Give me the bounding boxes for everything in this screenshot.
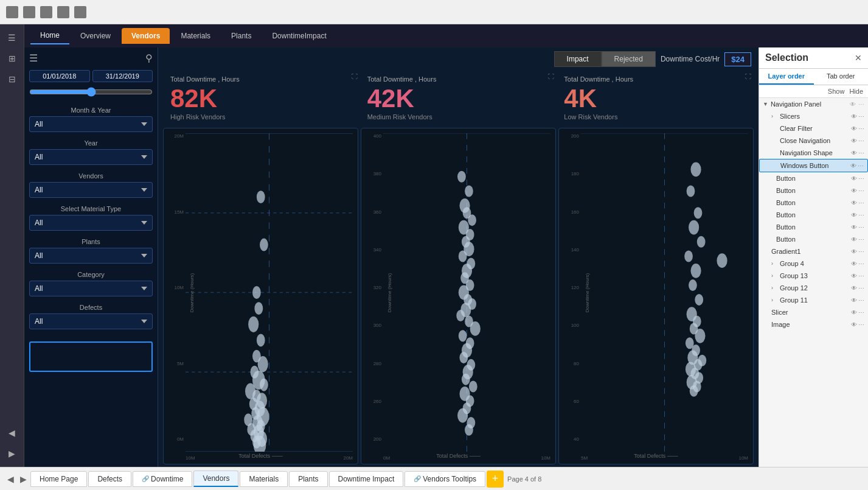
date-slider[interactable]	[29, 87, 153, 99]
eye-icon-4[interactable]: 👁	[851, 150, 857, 156]
layer-nav-shape[interactable]: Navigation Shape 👁⋯	[759, 147, 868, 159]
filter-select-plants[interactable]: All	[29, 248, 153, 264]
tab-tab-order[interactable]: Tab order	[814, 69, 869, 85]
toolbar-icon-1[interactable]	[6, 6, 18, 18]
tab-overview[interactable]: Overview	[71, 28, 120, 44]
filter-select-month[interactable]: All	[29, 116, 153, 132]
tab-home-page[interactable]: Home Page	[30, 471, 87, 487]
more-icon-7[interactable]: ⋯	[858, 187, 864, 194]
layer-button-4[interactable]: Button 👁⋯	[759, 209, 868, 221]
more-icon-15[interactable]: ⋯	[858, 285, 864, 292]
eye-icon-18[interactable]: 👁	[851, 321, 857, 328]
left-icon-filter-side[interactable]: ▶	[4, 445, 21, 462]
tab-vendors[interactable]: Vendors	[122, 28, 170, 44]
left-icon-pages[interactable]: ☰	[4, 29, 21, 46]
more-icon-11[interactable]: ⋯	[858, 236, 864, 243]
layer-close-navigation[interactable]: Close Navigation 👁⋯	[759, 135, 868, 147]
more-icon-4[interactable]: ⋯	[858, 150, 864, 156]
more-icon-13[interactable]: ⋯	[858, 261, 864, 267]
toolbar-icon-5[interactable]	[74, 6, 86, 18]
rejected-button[interactable]: Rejected	[602, 51, 656, 67]
eye-icon-14[interactable]: 👁	[851, 273, 857, 279]
layer-button-5[interactable]: Button 👁⋯	[759, 221, 868, 233]
more-icon-8[interactable]: ⋯	[858, 200, 864, 206]
tab-downtime[interactable]: 🔗 Downtime	[133, 471, 192, 487]
tab-layer-order[interactable]: Layer order	[759, 69, 814, 85]
tab-vendors-tooltips[interactable]: 🔗 Vendors Tooltips	[404, 471, 485, 487]
filter-select-vendors[interactable]: All	[29, 182, 153, 198]
tab-downtime-impact[interactable]: Downtime Impact	[329, 471, 404, 487]
more-icon-2[interactable]: ⋯	[858, 125, 864, 132]
more-icon-5[interactable]: ⋯	[858, 163, 864, 169]
nav-panel-eye-icon[interactable]: 👁	[850, 101, 856, 108]
tab-materials-bottom[interactable]: Materials	[240, 471, 288, 487]
layer-button-2[interactable]: Button 👁⋯	[759, 184, 868, 197]
tab-plants[interactable]: Plants	[221, 28, 261, 44]
nav-panel-group-header[interactable]: ▼ Navigation Panel 👁 ⋯	[759, 98, 868, 110]
more-icon-6[interactable]: ⋯	[858, 175, 864, 182]
left-icon-grid[interactable]: ⊞	[4, 50, 21, 67]
tab-vendors-bottom[interactable]: Vendors	[193, 471, 238, 487]
eye-icon-5[interactable]: 👁	[850, 163, 856, 169]
toolbar-icon-3[interactable]	[40, 6, 52, 18]
eye-icon-2[interactable]: 👁	[851, 125, 857, 132]
more-icon-18[interactable]: ⋯	[858, 321, 864, 328]
left-icon-back[interactable]: ◀	[4, 424, 21, 441]
layer-group4[interactable]: › Group 4 👁⋯	[759, 257, 868, 270]
layer-button-1[interactable]: Button 👁⋯	[759, 172, 868, 184]
layer-button-3[interactable]: Button 👁⋯	[759, 197, 868, 209]
close-panel-button[interactable]: ✕	[855, 53, 862, 63]
layer-group13[interactable]: › Group 13 👁⋯	[759, 270, 868, 282]
expand-icon-3[interactable]: ⛶	[745, 73, 751, 80]
next-page-button[interactable]: ▶	[18, 474, 29, 484]
hamburger-icon[interactable]: ☰	[29, 52, 38, 64]
tab-home[interactable]: Home	[30, 27, 69, 44]
more-icon-16[interactable]: ⋯	[858, 297, 864, 304]
layer-slicer[interactable]: Slicer 👁⋯	[759, 306, 868, 318]
eye-icon-17[interactable]: 👁	[851, 309, 857, 316]
eye-icon-11[interactable]: 👁	[851, 236, 857, 243]
layer-clear-filter[interactable]: Clear Filter 👁⋯	[759, 122, 868, 135]
layer-group12[interactable]: › Group 12 👁⋯	[759, 282, 868, 294]
eye-icon-3[interactable]: 👁	[851, 138, 857, 144]
eye-icon-12[interactable]: 👁	[851, 248, 857, 255]
layer-gradient1[interactable]: Gradient1 👁⋯	[759, 245, 868, 257]
tab-downtime-impact[interactable]: DowntimeImpact	[262, 28, 336, 44]
add-page-button[interactable]: +	[487, 471, 504, 488]
toolbar-icon-2[interactable]	[23, 6, 35, 18]
layer-image[interactable]: Image 👁⋯	[759, 318, 868, 331]
layer-button-6[interactable]: Button 👁⋯	[759, 233, 868, 245]
tab-materials[interactable]: Materials	[171, 28, 220, 44]
tab-plants-bottom[interactable]: Plants	[289, 471, 327, 487]
expand-icon-1[interactable]: ⛶	[352, 73, 358, 80]
filter-select-material[interactable]: All	[29, 215, 153, 231]
eye-icon-16[interactable]: 👁	[851, 297, 857, 304]
more-icon-10[interactable]: ⋯	[858, 224, 864, 231]
layer-group11[interactable]: › Group 11 👁⋯	[759, 294, 868, 306]
eye-icon-10[interactable]: 👁	[851, 224, 857, 231]
eye-icon-6[interactable]: 👁	[851, 175, 857, 182]
layer-slicers[interactable]: › Slicers 👁⋯	[759, 110, 868, 122]
filter-select-category[interactable]: All	[29, 281, 153, 296]
impact-button[interactable]: Impact	[554, 51, 602, 67]
eye-icon-9[interactable]: 👁	[851, 212, 857, 219]
more-icon-9[interactable]: ⋯	[858, 212, 864, 219]
eye-icon-8[interactable]: 👁	[851, 200, 857, 206]
eye-icon-7[interactable]: 👁	[851, 187, 857, 194]
prev-page-button[interactable]: ◀	[5, 474, 16, 484]
filter-select-year[interactable]: All	[29, 149, 153, 165]
layer-windows-button[interactable]: Windows Button 👁⋯	[759, 159, 868, 172]
more-icon[interactable]: ⋯	[858, 113, 864, 120]
more-icon-17[interactable]: ⋯	[858, 309, 864, 316]
expand-icon-2[interactable]: ⛶	[548, 73, 554, 80]
more-icon-14[interactable]: ⋯	[858, 273, 864, 279]
nav-panel-more-icon[interactable]: ⋯	[858, 101, 864, 108]
filter-select-defects[interactable]: All	[29, 313, 153, 329]
eye-icon-15[interactable]: 👁	[851, 285, 857, 292]
more-icon-12[interactable]: ⋯	[858, 248, 864, 255]
eye-icon-13[interactable]: 👁	[851, 261, 857, 267]
tab-defects[interactable]: Defects	[88, 471, 131, 487]
eye-icon[interactable]: 👁	[851, 113, 857, 120]
filter-icon[interactable]: ⚲	[145, 52, 153, 64]
more-icon-3[interactable]: ⋯	[858, 138, 864, 144]
